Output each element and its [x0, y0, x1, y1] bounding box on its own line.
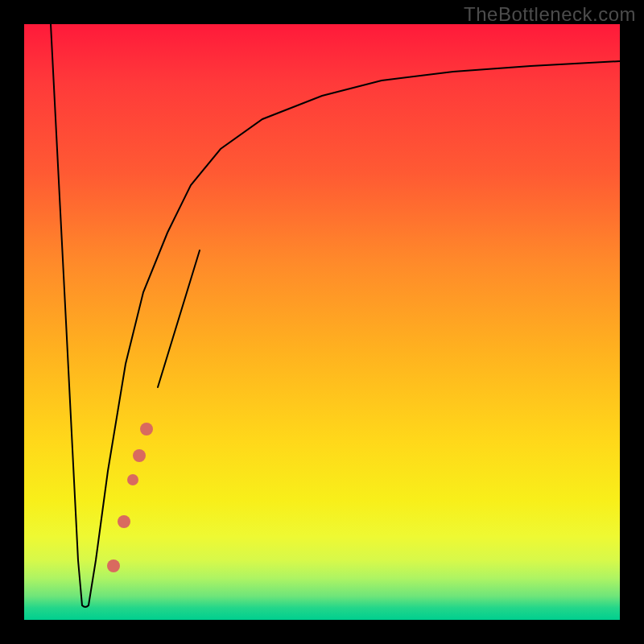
highlight-dot — [127, 474, 138, 485]
highlight-dot — [107, 559, 120, 572]
watermark-text: TheBottleneck.com — [464, 3, 636, 26]
highlight-dot — [118, 515, 130, 528]
chart-svg — [24, 24, 620, 620]
highlight-dot — [133, 449, 146, 462]
bottleneck-curve — [51, 24, 620, 607]
highlight-band — [158, 250, 200, 387]
plot-area — [24, 24, 620, 620]
highlight-dot — [140, 423, 153, 436]
chart-frame: TheBottleneck.com — [0, 0, 644, 644]
